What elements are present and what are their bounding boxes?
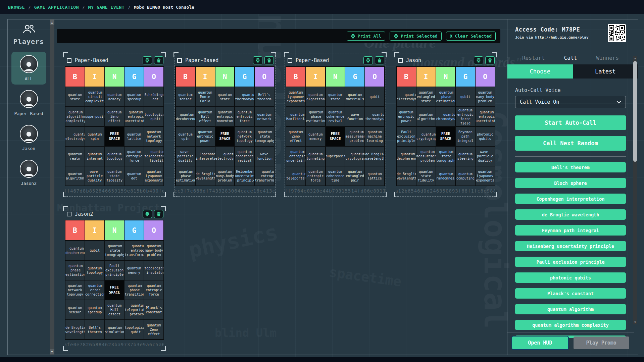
call-term-button[interactable]: Bloch sphere (515, 178, 626, 188)
player-item[interactable]: Paper-Based (11, 87, 46, 119)
call-term-button[interactable]: quantum algorithm (515, 304, 626, 314)
call-voice-select[interactable]: Call Voice On (515, 96, 626, 108)
bingo-table: BINGO quantum decoherencequbitquantum st… (65, 220, 164, 340)
player-list: ALL Paper-Based Jason (8, 52, 50, 189)
bingo-cell: de Broglie wavelength (65, 320, 85, 339)
scroll-up-arrow[interactable]: ▲ (50, 20, 54, 25)
card-delete-button[interactable] (154, 56, 163, 64)
call-term-button[interactable]: de Broglie wavelength (515, 209, 626, 220)
print-selected-button[interactable]: Print Selected (390, 32, 442, 41)
bingo-letter: G (345, 67, 364, 87)
bingo-cell: quantum Lyapunov exponents (144, 166, 163, 186)
bingo-cell: quantum teleportation protocol (125, 300, 144, 319)
card-corner (382, 52, 387, 57)
bingo-table: BINGO quantum Lyapunov exponentsquantum … (286, 66, 385, 186)
call-next-random-button[interactable]: Call Next Random (515, 136, 626, 151)
chevron-down-icon (616, 101, 621, 104)
card-select-checkbox[interactable] (177, 58, 182, 63)
card-select-checkbox[interactable] (398, 58, 403, 63)
printer-icon (255, 58, 260, 63)
card-corner (63, 346, 68, 351)
page-background: nuclear"One picturethousand of words"Ein… (0, 14, 644, 362)
card-print-button[interactable] (253, 56, 262, 64)
bingo-cell: quantum sensor (65, 300, 85, 319)
card-select-checkbox[interactable] (288, 58, 292, 63)
card-delete-button[interactable] (264, 56, 274, 64)
bingo-cell: quantum cryptography (345, 147, 364, 166)
panel-scrollbar-thumb[interactable] (633, 61, 637, 162)
bingo-cell: quantum entropic transformation (125, 241, 144, 260)
card-print-button[interactable] (363, 56, 373, 64)
bingo-letter: N (326, 67, 345, 87)
card-print-button[interactable] (474, 56, 483, 64)
call-term-button[interactable]: Pauli exclusion principle (515, 257, 626, 267)
bingo-cell: quantum decoherence (65, 241, 85, 260)
clear-selected-button[interactable]: X Clear Selected (446, 32, 496, 41)
bingo-letter: N (436, 67, 455, 87)
player-item[interactable]: ALL (11, 52, 46, 85)
panel-tab[interactable]: Winners (589, 51, 626, 64)
player-item[interactable]: Jason2 (11, 156, 46, 189)
call-term-button[interactable]: Planck's constant (515, 288, 626, 299)
bingo-cell: superposition (85, 107, 104, 126)
call-term-button[interactable]: Heisenberg uncertainty principle (515, 241, 626, 251)
panel-scroll-up-arrow[interactable]: ▲ (633, 56, 637, 60)
card-delete-button[interactable] (485, 56, 495, 64)
bingo-cell: quantum circuit complexity (85, 87, 104, 106)
card-delete-button[interactable] (375, 56, 384, 64)
panel-scrollbar[interactable]: ▲ ▼ (633, 56, 637, 324)
bingo-cell: quantum entropic transformation (255, 166, 274, 186)
breadcrumb-link-my-game-event[interactable]: MY GAME EVENT (88, 5, 125, 10)
bingo-card: Paper-Based (285, 53, 386, 197)
bingo-card: Jason (395, 53, 496, 197)
bingo-cell: quantum entropic uncertainty (286, 147, 305, 166)
call-subtab[interactable]: Choose (507, 64, 573, 79)
bingo-cell: quantum state (65, 87, 85, 106)
card-corner (161, 52, 166, 57)
breadcrumb-link-game-application[interactable]: GAME APPLICATION (34, 5, 79, 10)
call-term-button[interactable]: Feynman path integral (515, 225, 626, 236)
bingo-cell: quantum dot (125, 166, 144, 186)
print-all-button[interactable]: Print All (347, 32, 385, 41)
call-term-button[interactable]: Copenhagen interpretation (515, 194, 626, 204)
trash-icon (267, 58, 271, 63)
bingo-table: BINGO quantum statequantum circuit compl… (65, 66, 164, 186)
bingo-cell: quantum entropic force field (456, 107, 475, 126)
call-term-button[interactable]: photonic qubits (515, 272, 626, 283)
call-term-button[interactable]: quantum algorithm complexity (515, 320, 626, 330)
call-subtab[interactable]: Latest (573, 64, 638, 79)
scroll-down-arrow[interactable]: ▼ (50, 349, 54, 354)
bingo-cell: de Broglie wavelength (397, 166, 416, 186)
card-print-button[interactable] (143, 210, 152, 218)
divider (515, 156, 626, 157)
card-select-checkbox[interactable] (67, 212, 71, 216)
card-print-button[interactable] (143, 56, 152, 64)
bingo-cell: quantum phase transition (125, 280, 144, 300)
bingo-cell: quantum topology (85, 261, 104, 280)
call-term-button[interactable]: Bell's theorem (515, 162, 626, 172)
panel-scroll-down-arrow[interactable]: ▼ (633, 320, 637, 324)
page-title: Mobo BINGO Host Console (134, 5, 194, 10)
card-corner (492, 52, 497, 57)
player-item[interactable]: Jason (11, 121, 46, 154)
start-auto-call-button[interactable]: Start Auto-Call (515, 115, 626, 130)
bingo-cell: wave-particle duality (476, 147, 495, 166)
play-promo-button[interactable]: Play Promo (574, 337, 630, 349)
panel-tab[interactable]: Restart (515, 51, 552, 64)
call-subtabs: ChooseLatest (507, 64, 638, 79)
bingo-cell: quantum cryptography (416, 127, 436, 146)
bingo-cell: topological insulator (144, 261, 163, 280)
breadcrumb-link-browse[interactable]: BROWSE (8, 5, 25, 10)
cards-scrollbar[interactable]: ▲ ▼ (50, 19, 54, 355)
card-select-checkbox[interactable] (67, 58, 71, 63)
open-hud-button[interactable]: Open HUD (512, 337, 568, 349)
trash-icon (156, 58, 161, 63)
bingo-cell: superposition (326, 147, 345, 166)
bingo-cell: quantum state tomography (436, 147, 455, 166)
bingo-cell: quantum electrodynamics (65, 127, 85, 146)
bingo-cell: quantum lattice (125, 127, 144, 146)
call-voice-value: Call Voice On (520, 99, 559, 105)
bingo-cell: de Broglie wavelength (365, 147, 384, 166)
card-delete-button[interactable] (154, 210, 163, 218)
panel-tab[interactable]: Call (552, 51, 589, 64)
